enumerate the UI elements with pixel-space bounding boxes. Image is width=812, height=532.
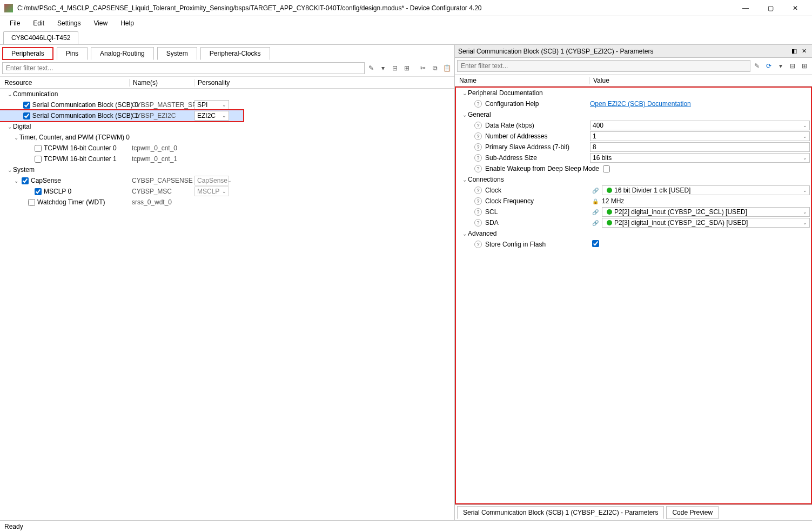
store-config-checkbox[interactable]	[592, 240, 599, 247]
twisty-icon[interactable]: ⌄	[6, 167, 13, 173]
help-icon[interactable]: ?	[474, 187, 482, 194]
group-connections[interactable]: Connections	[468, 176, 504, 183]
twisty-icon[interactable]: ⌄	[13, 178, 19, 184]
help-icon[interactable]: ?	[474, 165, 482, 172]
refresh-icon[interactable]: ⟳	[763, 61, 774, 71]
persona-scb1[interactable]: EZI2C⌄	[194, 111, 229, 121]
help-icon[interactable]: ?	[474, 122, 482, 129]
copy-icon[interactable]: ⧉	[430, 63, 440, 74]
persona-scb0[interactable]: SPI⌄	[194, 100, 229, 110]
row-tc1[interactable]: TCPWM 16-bit Counter 1	[44, 155, 117, 163]
link-icon[interactable]	[590, 220, 601, 226]
row-scb0[interactable]: Serial Communication Block (SCB) 0	[32, 101, 138, 109]
collapse-icon[interactable]: ⊟	[390, 63, 400, 74]
menu-help[interactable]: Help	[115, 17, 139, 29]
clock-field[interactable]: 16 bit Divider 1 clk [USED]⌄	[602, 185, 810, 195]
filter-input[interactable]	[2, 62, 365, 74]
param-col-value: Value	[590, 77, 812, 84]
help-icon[interactable]: ?	[474, 197, 482, 205]
expand-icon[interactable]: ⊞	[401, 63, 412, 74]
funnel-icon[interactable]: ▾	[378, 63, 388, 74]
enable-tc1[interactable]	[35, 156, 42, 163]
persona-msclp[interactable]: MSCLP⌄	[194, 187, 229, 196]
row-tc0[interactable]: TCPWM 16-bit Counter 0	[44, 144, 117, 152]
row-capsense[interactable]: CapSense	[31, 177, 61, 184]
funnel-icon[interactable]: ▾	[775, 61, 786, 71]
tab-analog-routing[interactable]: Analog-Routing	[91, 47, 154, 60]
tab-parameters[interactable]: Serial Communication Block (SCB) 1 (CYBS…	[457, 506, 664, 519]
group-digital[interactable]: Digital	[13, 123, 31, 130]
clear-filter-icon[interactable]: ✎	[366, 63, 377, 74]
group-tcpwm[interactable]: Timer, Counter, and PWM (TCPWM) 0	[19, 134, 130, 141]
row-msclp[interactable]: MSCLP 0	[44, 188, 71, 195]
link-icon[interactable]	[590, 188, 601, 194]
help-icon[interactable]: ?	[474, 143, 482, 151]
doc-link[interactable]: Open EZI2C (SCB) Documentation	[590, 100, 691, 108]
help-icon[interactable]: ?	[474, 132, 482, 140]
app-icon	[4, 4, 13, 12]
group-system[interactable]: System	[13, 166, 35, 174]
dock-icon[interactable]: ◧	[789, 46, 799, 56]
collapse-icon[interactable]: ⊟	[787, 61, 798, 71]
enable-tc0[interactable]	[35, 145, 42, 152]
status-bar: Ready	[0, 520, 812, 532]
help-icon[interactable]: ?	[474, 241, 482, 248]
col-names: Name(s)	[130, 79, 194, 87]
help-icon[interactable]: ?	[474, 100, 482, 108]
menu-view[interactable]: View	[88, 17, 113, 29]
twisty-icon[interactable]: ⌄	[461, 112, 468, 118]
enable-scb0[interactable]	[23, 102, 30, 109]
cut-icon[interactable]: ✂	[418, 63, 428, 74]
scl-field[interactable]: P2[2] digital_inout (CYBSP_I2C_SCL) [USE…	[602, 207, 810, 217]
row-wdt[interactable]: Watchdog Timer (WDT)	[37, 198, 105, 206]
row-scb1[interactable]: Serial Communication Block (SCB) 1	[32, 112, 138, 119]
paste-icon[interactable]: 📋	[441, 63, 452, 74]
clear-icon[interactable]: ✎	[751, 61, 762, 71]
device-tab[interactable]: CY8C4046LQI-T452	[3, 31, 78, 44]
tab-system[interactable]: System	[157, 47, 197, 60]
group-general[interactable]: General	[468, 111, 491, 118]
tab-peripherals[interactable]: Peripherals	[2, 47, 53, 60]
twisty-icon[interactable]: ⌄	[461, 90, 468, 96]
sda-field[interactable]: P2[3] digital_inout (CYBSP_I2C_SDA) [USE…	[602, 218, 810, 228]
subaddress-size-field[interactable]: 16 bits⌄	[590, 153, 810, 163]
link-icon[interactable]	[590, 209, 601, 215]
menu-file[interactable]: File	[4, 17, 25, 29]
enable-capsense[interactable]	[22, 177, 29, 184]
twisty-icon[interactable]: ⌄	[13, 135, 19, 141]
menu-edit[interactable]: Edit	[28, 17, 50, 29]
param-data-rate: Data Rate (kbps)	[485, 122, 534, 129]
twisty-icon[interactable]: ⌄	[6, 124, 13, 130]
menu-settings[interactable]: Settings	[52, 17, 86, 29]
group-communication[interactable]: Communication	[13, 90, 58, 98]
num-addresses-field[interactable]: 1⌄	[590, 131, 810, 141]
tab-pins[interactable]: Pins	[57, 47, 88, 60]
parameters-header: Serial Communication Block (SCB) 1 (CYBS…	[455, 45, 812, 58]
primary-address-field[interactable]: 8	[590, 142, 810, 152]
enable-scb1[interactable]	[23, 112, 30, 119]
help-icon[interactable]: ?	[474, 208, 482, 216]
expand-icon[interactable]: ⊞	[799, 61, 810, 71]
group-advanced[interactable]: Advanced	[468, 230, 496, 237]
param-col-name: Name	[455, 77, 590, 84]
tab-code-preview[interactable]: Code Preview	[666, 506, 719, 519]
tab-peripheral-clocks[interactable]: Peripheral-Clocks	[200, 47, 270, 60]
parameters-filter-input[interactable]	[457, 60, 750, 72]
enable-wdt[interactable]	[28, 199, 35, 206]
twisty-icon[interactable]: ⌄	[6, 91, 13, 97]
panel-close-icon[interactable]: ✕	[799, 46, 809, 56]
minimize-button[interactable]: —	[733, 0, 758, 16]
close-button[interactable]: ✕	[783, 0, 808, 16]
help-icon[interactable]: ?	[474, 154, 482, 162]
group-peripheral-documentation[interactable]: Peripheral Documentation	[468, 89, 543, 97]
enable-wakeup-checkbox[interactable]	[603, 165, 610, 172]
maximize-button[interactable]: ▢	[758, 0, 783, 16]
enable-msclp[interactable]	[35, 188, 42, 195]
twisty-icon[interactable]: ⌄	[461, 177, 468, 183]
persona-capsense[interactable]: CapSense⌄	[194, 176, 229, 185]
param-clock-frequency: Clock Frequency	[485, 197, 534, 205]
col-personality: Personality	[194, 79, 234, 87]
data-rate-field[interactable]: 400⌄	[590, 121, 810, 130]
twisty-icon[interactable]: ⌄	[461, 231, 468, 237]
help-icon[interactable]: ?	[474, 219, 482, 227]
